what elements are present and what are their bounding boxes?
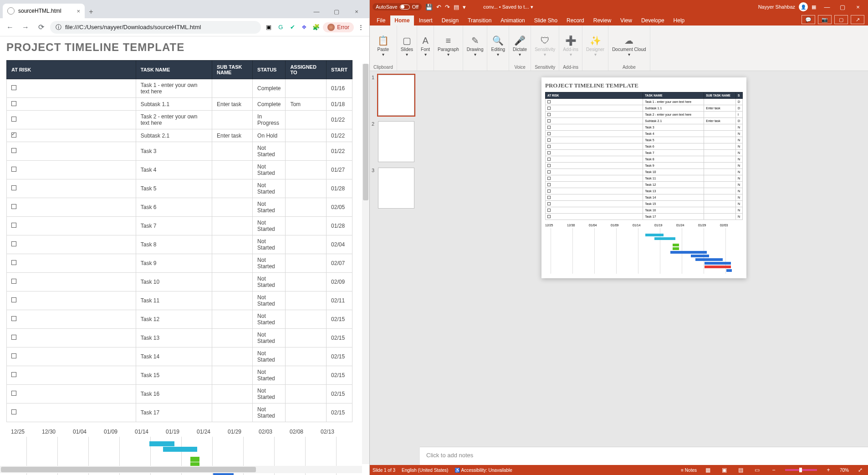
horizontal-scrollbar[interactable] <box>0 466 362 473</box>
ribbon-right-icon[interactable]: ↗ <box>851 15 864 24</box>
back-button[interactable]: ← <box>4 21 16 34</box>
toggle-off-icon[interactable] <box>400 5 410 10</box>
checkbox-icon[interactable] <box>11 85 16 90</box>
checkbox-icon[interactable] <box>11 185 16 190</box>
status-language[interactable]: English (United States) <box>402 468 448 473</box>
window-close-icon[interactable]: × <box>347 5 367 18</box>
forward-button[interactable]: → <box>19 21 32 34</box>
reload-button[interactable]: ⟳ <box>35 21 47 34</box>
extension-icon[interactable]: ❖ <box>299 22 309 32</box>
checkbox-icon[interactable] <box>11 297 16 302</box>
status-notes[interactable]: ≡ Notes <box>681 468 697 473</box>
zoom-out-icon[interactable]: − <box>769 467 779 473</box>
slideshow-icon[interactable]: ▤ <box>454 4 459 10</box>
checkbox-icon[interactable] <box>11 279 16 284</box>
checkbox-icon[interactable] <box>11 409 16 414</box>
checkbox-icon[interactable] <box>11 372 16 377</box>
window-maximize-icon[interactable]: ▢ <box>327 5 347 18</box>
ribbon-button-document cloud[interactable]: ☁Document Cloud▾ <box>612 27 646 65</box>
ribbon-right-icon[interactable]: 📷 <box>818 15 832 24</box>
status-accessibility[interactable]: ♿ Accessibility: Unavailable <box>454 468 512 473</box>
ribbon-button-paste[interactable]: 📋Paste▾ <box>378 27 389 65</box>
checkbox-icon <box>547 132 551 135</box>
checkbox-icon[interactable] <box>11 260 16 265</box>
checkbox-icon[interactable] <box>11 101 16 106</box>
document-name[interactable]: conv... • Saved to t... ▾ <box>483 4 533 10</box>
ribbon-button-slides[interactable]: ▢Slides▾ <box>401 27 413 65</box>
status-slide[interactable]: Slide 1 of 3 <box>373 468 395 473</box>
scrollbar-thumb[interactable] <box>1 467 256 472</box>
user-avatar-icon[interactable]: 👤 <box>799 2 808 11</box>
window-close-icon[interactable]: × <box>851 4 865 10</box>
ribbon-tab-design[interactable]: Design <box>438 15 463 26</box>
autosave-toggle[interactable]: AutoSave Off <box>373 3 422 10</box>
col-sub: SUB TASK NAME <box>212 61 253 79</box>
ribbon-button-drawing[interactable]: ✎Drawing▾ <box>467 27 484 65</box>
vertical-scrollbar[interactable] <box>362 64 369 464</box>
ribbon-tab-file[interactable]: File <box>373 15 389 26</box>
fit-window-icon[interactable]: ⤢ <box>855 467 865 473</box>
ribbon-right-icon[interactable]: 💬 <box>802 15 815 24</box>
sorter-view-icon[interactable]: ▣ <box>720 467 730 473</box>
ribbon-tab-review[interactable]: Review <box>589 15 615 26</box>
profile-error-pill[interactable]: Error <box>323 22 354 32</box>
browser-tab[interactable]: sourceHTML.html × <box>3 4 85 18</box>
qat-dropdown-icon[interactable]: ▾ <box>463 4 466 10</box>
checkbox-icon[interactable] <box>11 335 16 340</box>
ribbon-tab-transition[interactable]: Transition <box>464 15 495 26</box>
reading-view-icon[interactable]: ▤ <box>736 467 746 473</box>
address-bar[interactable]: ⓘ file:///C:/Users/nayyer/Downloads/sour… <box>50 21 261 34</box>
window-maximize-icon[interactable]: ▢ <box>835 4 850 10</box>
slide-thumbnail-2[interactable]: 2 <box>372 121 418 162</box>
ribbon-tab-animation[interactable]: Animation <box>496 15 529 26</box>
slide-thumbnail-1[interactable]: 1 <box>372 75 418 116</box>
window-minimize-icon[interactable]: — <box>306 5 327 18</box>
scrollbar-thumb[interactable] <box>363 64 368 200</box>
extension-icon[interactable]: G <box>276 22 286 32</box>
cell-start: 02/15 <box>327 366 352 385</box>
checkbox-icon[interactable] <box>11 148 16 153</box>
slideshow-view-icon[interactable]: ▭ <box>752 467 762 473</box>
checkbox-icon[interactable] <box>11 133 16 138</box>
ribbon-tab-help[interactable]: Help <box>669 15 689 26</box>
zoom-in-icon[interactable]: + <box>823 467 833 473</box>
checkbox-icon[interactable] <box>11 316 16 321</box>
site-info-icon[interactable]: ⓘ <box>56 23 61 31</box>
checkbox-icon[interactable] <box>11 391 16 396</box>
save-icon[interactable]: 💾 <box>425 4 433 10</box>
redo-icon[interactable]: ↷ <box>445 4 450 10</box>
zoom-slider[interactable] <box>785 469 817 471</box>
extension-icon[interactable]: ✔ <box>287 22 297 32</box>
table-row: Task 16 Not Started 02/15 <box>7 385 352 403</box>
checkbox-icon[interactable] <box>11 117 16 122</box>
ribbon-right-icon[interactable]: ▢ <box>834 15 848 24</box>
chrome-menu-icon[interactable]: ⋮ <box>356 22 366 32</box>
ribbon-tab-slide sho[interactable]: Slide Sho <box>530 15 562 26</box>
window-minimize-icon[interactable]: — <box>820 4 834 10</box>
ribbon-tab-develope[interactable]: Develope <box>637 15 669 26</box>
slide-canvas[interactable]: PROJECT TIMELINE TEMPLATE AT RISK TASK N… <box>420 71 868 447</box>
checkbox-icon[interactable] <box>11 167 16 172</box>
new-tab-button[interactable]: + <box>85 5 97 18</box>
checkbox-icon[interactable] <box>11 204 16 209</box>
undo-icon[interactable]: ↶ <box>436 4 441 10</box>
ribbon-display-icon[interactable]: ▦ <box>812 4 816 10</box>
ribbon-button-dictate[interactable]: 🎤Dictate▾ <box>513 27 527 65</box>
ribbon-tab-record[interactable]: Record <box>562 15 588 26</box>
checkbox-icon[interactable] <box>11 353 16 358</box>
ribbon-button-font[interactable]: AFont▾ <box>421 27 430 65</box>
ribbon-tab-home[interactable]: Home <box>390 15 414 26</box>
ribbon-button-paragraph[interactable]: ≡Paragraph▾ <box>438 27 459 65</box>
checkbox-icon[interactable] <box>11 223 16 228</box>
extensions-menu-icon[interactable]: 🧩 <box>311 22 321 32</box>
extension-icon[interactable]: ▣ <box>264 22 274 32</box>
slide-thumbnail-3[interactable]: 3 <box>372 168 418 209</box>
normal-view-icon[interactable]: ▦ <box>703 467 713 473</box>
zoom-level[interactable]: 70% <box>840 468 849 473</box>
ribbon-tab-view[interactable]: View <box>616 15 636 26</box>
notes-pane[interactable]: Click to add notes <box>420 447 868 465</box>
checkbox-icon[interactable] <box>11 241 16 246</box>
ribbon-button-editing[interactable]: 🔍Editing▾ <box>491 27 505 65</box>
tab-close-icon[interactable]: × <box>77 8 80 15</box>
ribbon-tab-insert[interactable]: Insert <box>415 15 437 26</box>
